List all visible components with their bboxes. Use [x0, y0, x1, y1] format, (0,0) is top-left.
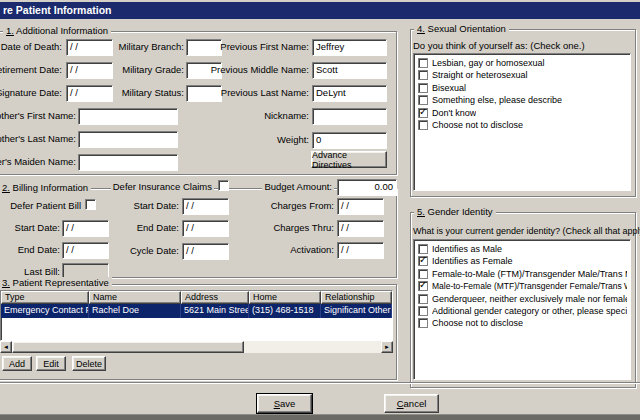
orientation-option[interactable]: Don't know	[417, 107, 627, 119]
orientation-option[interactable]: Lesbian, gay or homosexual	[417, 57, 627, 69]
weight-label: Weight:	[277, 134, 309, 145]
table-horizontal-scrollbar[interactable]: ◄ ►	[0, 341, 393, 353]
date-of-death-field[interactable]: / /	[66, 39, 113, 56]
table-cell-relationship[interactable]: Significant Other	[321, 304, 392, 318]
checkbox[interactable]	[418, 306, 428, 316]
previous-last-name-field[interactable]: DeLynt	[312, 85, 387, 102]
table-cell-name[interactable]: Rachel Doe	[89, 304, 181, 318]
orientation-option[interactable]: Bisexual	[417, 82, 627, 94]
checkbox[interactable]	[418, 95, 428, 105]
gender-option[interactable]: Choose not to disclose	[417, 317, 627, 329]
military-status-label: Military Status:	[122, 87, 184, 98]
checkbox[interactable]	[418, 70, 428, 80]
start-date-mid-field[interactable]: / /	[182, 198, 229, 215]
orientation-option[interactable]: Something else, please describe	[417, 94, 627, 106]
gender-identity-group-label: 5. Gender Identity	[414, 206, 496, 217]
table-cell-home[interactable]: (315) 468-1518	[249, 304, 321, 318]
defer-patient-bill-label: Defer Patient Bill	[10, 200, 81, 211]
start-date-mid-label: Start Date:	[134, 200, 179, 211]
gender-option[interactable]: Additional gender category or other, ple…	[417, 305, 627, 317]
window-bottom-edge	[0, 414, 640, 420]
checkbox[interactable]	[418, 269, 428, 279]
previous-first-name-label: Previous First Name:	[220, 41, 309, 52]
add-button[interactable]: Add	[2, 356, 32, 371]
military-status-select[interactable]	[186, 85, 222, 102]
previous-middle-name-field[interactable]: Scott	[312, 62, 387, 79]
table-cell-type[interactable]: Emergency Contact Pri...	[1, 304, 89, 318]
orientation-option[interactable]: Straight or heterosexual	[417, 69, 627, 81]
last-bill-field	[62, 263, 109, 278]
nickname-field[interactable]	[312, 108, 387, 125]
additional-information-group-label: 1. Additional Information	[3, 25, 111, 36]
budget-amount-label: Budget Amount:	[262, 181, 334, 192]
column-header-name[interactable]: Name	[89, 291, 181, 304]
checkbox[interactable]	[418, 256, 428, 266]
date-of-death-label: Date of Death:	[1, 41, 62, 52]
table-cell-address[interactable]: 5621 Main Street...	[181, 304, 249, 318]
scrollbar-thumb[interactable]	[12, 341, 244, 353]
gender-option[interactable]: Identifies as Male	[417, 243, 627, 255]
charges-from-field[interactable]: / /	[337, 198, 384, 215]
checkbox[interactable]	[418, 318, 428, 328]
signature-date-label: Signature Date:	[0, 87, 62, 98]
budget-amount-field[interactable]: 0.00	[337, 179, 397, 196]
scroll-left-icon[interactable]: ◄	[0, 341, 12, 353]
gender-option[interactable]: Identifies as Female	[417, 255, 627, 267]
advance-directives-button[interactable]: Advance Directives	[311, 151, 387, 168]
nickname-label: Nickname:	[264, 110, 309, 121]
representative-table[interactable]: Type Name Address Home Relationship Emer…	[0, 290, 393, 341]
checkbox[interactable]	[418, 294, 428, 304]
checkbox[interactable]	[418, 281, 428, 291]
defer-insurance-claims-checkbox[interactable]	[218, 180, 229, 191]
checkbox[interactable]	[418, 244, 428, 254]
activation-field[interactable]: / /	[337, 242, 384, 259]
patient-representative-group-label: 3. Patient Representative	[0, 277, 112, 288]
column-header-type[interactable]: Type	[1, 291, 89, 304]
signature-date-field[interactable]: / /	[66, 85, 113, 102]
column-header-relationship[interactable]: Relationship	[321, 291, 392, 304]
start-date-left-field[interactable]: / /	[62, 220, 109, 237]
column-header-address[interactable]: Address	[181, 291, 249, 304]
end-date-mid-field[interactable]: / /	[182, 220, 229, 237]
military-branch-select[interactable]	[186, 39, 222, 56]
scroll-right-icon[interactable]: ►	[381, 341, 393, 353]
retirement-date-field[interactable]: / /	[66, 62, 113, 79]
previous-middle-name-label: Previous Middle Name:	[211, 64, 309, 75]
defer-patient-bill-checkbox[interactable]	[85, 199, 96, 210]
charges-thru-field[interactable]: / /	[337, 220, 384, 237]
cycle-date-label: Cycle Date:	[130, 245, 179, 256]
previous-last-name-label: Previous Last Name:	[221, 87, 309, 98]
more-patient-information-dialog: { "colors": { "titlebar": "#1a2a6c", "se…	[0, 0, 640, 420]
cancel-button[interactable]: Cancel	[384, 394, 439, 413]
window-title: re Patient Information	[3, 4, 112, 16]
column-header-home[interactable]: Home	[249, 291, 321, 304]
sexual-orientation-list[interactable]: Lesbian, gay or homosexual Straight or h…	[413, 53, 631, 191]
checkbox[interactable]	[418, 58, 428, 68]
activation-label: Activation:	[290, 244, 334, 255]
weight-field[interactable]: 0	[312, 132, 387, 149]
gender-identity-list[interactable]: Identifies as Male Identifies as Female …	[413, 239, 631, 380]
start-date-left-label: Start Date:	[15, 222, 60, 233]
mothers-last-name-field[interactable]	[78, 131, 178, 148]
mothers-first-name-field[interactable]	[78, 108, 178, 125]
orientation-option[interactable]: Choose not to disclose	[417, 119, 627, 131]
checkbox[interactable]	[418, 120, 428, 130]
window-titlebar[interactable]: re Patient Information	[0, 2, 640, 19]
edit-button[interactable]: Edit	[36, 356, 66, 371]
military-branch-label: Military Branch:	[119, 41, 184, 52]
save-button[interactable]: Save	[257, 394, 312, 413]
checkbox[interactable]	[418, 108, 428, 118]
checkbox[interactable]	[418, 83, 428, 93]
cycle-date-field[interactable]: / /	[182, 243, 229, 260]
mothers-maiden-name-field[interactable]	[78, 154, 178, 171]
billing-information-group-label: 2. Billing Information	[0, 182, 91, 193]
end-date-left-field[interactable]: / /	[62, 242, 109, 259]
gender-option[interactable]: Genderqueer, neither exclusively male no…	[417, 293, 627, 305]
gender-option[interactable]: Female-to-Male (FTM)/Transgender Male/Tr…	[417, 268, 627, 280]
end-date-mid-label: End Date:	[137, 222, 179, 233]
delete-button[interactable]: Delete	[72, 356, 106, 371]
military-grade-label: Military Grade:	[122, 64, 184, 75]
gender-option[interactable]: Male-to-Female (MTF)/Transgender Female/…	[417, 280, 627, 292]
previous-first-name-field[interactable]: Jeffrey	[312, 39, 387, 56]
charges-from-label: Charges From:	[271, 200, 334, 211]
